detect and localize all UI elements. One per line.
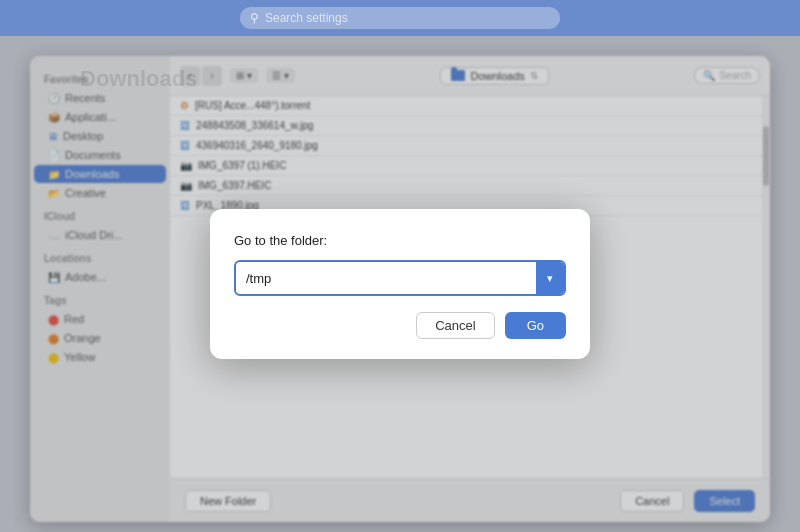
dropdown-arrow-button[interactable]: ▾ — [536, 262, 564, 294]
dialog-overlay: Go to the folder: ▾ Cancel Go — [0, 36, 800, 532]
chevron-down-icon-dialog: ▾ — [547, 272, 553, 285]
top-bar: ⚲ — [0, 0, 800, 36]
folder-path-input[interactable] — [236, 265, 536, 292]
dialog-buttons: Cancel Go — [234, 312, 566, 339]
search-input[interactable] — [265, 11, 550, 25]
go-to-folder-dialog: Go to the folder: ▾ Cancel Go — [210, 209, 590, 359]
dialog-cancel-button[interactable]: Cancel — [416, 312, 494, 339]
search-icon: ⚲ — [250, 11, 259, 25]
dialog-go-button[interactable]: Go — [505, 312, 566, 339]
dialog-title: Go to the folder: — [234, 233, 566, 248]
main-content: Downloads Favorites 🕐 Recents 📦 Applicat… — [0, 36, 800, 532]
dialog-input-row: ▾ — [234, 260, 566, 296]
search-bar[interactable]: ⚲ — [240, 7, 560, 29]
